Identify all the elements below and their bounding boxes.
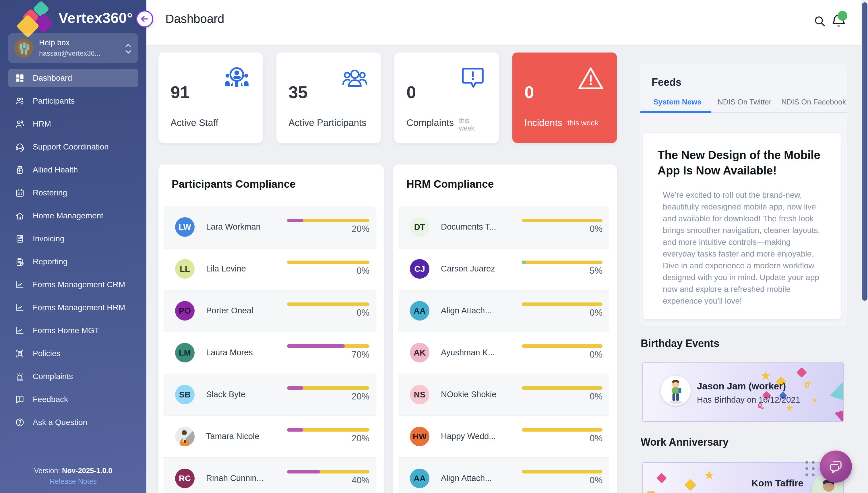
person-initials-avatar: CJ xyxy=(410,259,429,279)
compliance-row[interactable]: HWHappy Wedd...0% xyxy=(398,415,609,457)
compliance-progress-bar xyxy=(287,302,369,306)
compliance-progress-fill xyxy=(287,219,303,222)
policies-icon xyxy=(15,349,25,359)
user-email: hassan@vertex36... xyxy=(39,49,101,57)
person-initials-avatar: PO xyxy=(175,301,195,321)
sidebar-item-label: Allied Health xyxy=(33,161,78,179)
stat-value: 35 xyxy=(289,82,308,102)
chat-icon xyxy=(828,459,844,474)
sidebar: Vertex360° Help box hassan@vertex36... D… xyxy=(0,0,146,493)
person-name: Tamara Nicole xyxy=(206,432,259,441)
sidebar-item-forms-home-mgt[interactable]: Forms Home MGT xyxy=(8,321,139,340)
person-initials-avatar: SB xyxy=(175,385,195,404)
compliance-row[interactable]: LWLara Workman20% xyxy=(164,206,376,248)
scrollbar-thumb[interactable] xyxy=(862,2,867,301)
person-name: Carson Juarez xyxy=(441,264,495,274)
sidebar-item-support-coordination[interactable]: Support Coordination xyxy=(8,138,139,156)
chat-fab-button[interactable] xyxy=(820,451,852,483)
panel-title: Participants Compliance xyxy=(172,178,296,190)
sidebar-item-policies[interactable]: Policies xyxy=(8,344,139,363)
sidebar-item-reporting[interactable]: Reporting xyxy=(8,253,139,271)
user-profile-button[interactable]: Help box hassan@vertex36... xyxy=(8,33,139,63)
tab-ndis-on-twitter[interactable]: NDIS On Twitter xyxy=(718,98,771,106)
sidebar-item-home-management[interactable]: Home Management xyxy=(8,207,139,225)
stats-row: 91Active Staff35Active Participants0Comp… xyxy=(158,52,617,143)
compliance-row[interactable]: Tamara Nicole20% xyxy=(164,415,376,457)
stat-card-complaints[interactable]: 0Complaintsthis week xyxy=(395,52,499,143)
sidebar-item-forms-management-crm[interactable]: Forms Management CRM xyxy=(8,276,139,294)
sidebar-item-rostering[interactable]: Rostering xyxy=(8,184,139,202)
compliance-percent: 0% xyxy=(357,308,369,318)
person-name: Ayushman K... xyxy=(441,348,495,357)
version-info: Version: Nov-2025-1.0.0 Release Notes xyxy=(0,467,146,486)
arrow-left-icon xyxy=(140,14,150,24)
stat-card-incidents[interactable]: 0Incidentsthis week xyxy=(512,52,617,143)
compliance-row[interactable]: AAAlign Attach...0% xyxy=(398,290,609,332)
stat-card-active-participants[interactable]: 35Active Participants xyxy=(276,52,381,143)
party-popper-decoration xyxy=(827,379,844,407)
sidebar-item-label: Feedback xyxy=(33,390,68,409)
compliance-percent: 5% xyxy=(590,266,602,276)
version-label: Version: xyxy=(34,467,60,475)
brand-name: Vertex360° xyxy=(59,10,133,26)
compliance-row[interactable]: CJCarson Juarez5% xyxy=(398,248,609,290)
feeds-title: Feeds xyxy=(652,76,681,88)
birthday-card: ★ ★ ★ Jason Jam (worker) Has Birthday on… xyxy=(642,362,844,422)
stat-value: 0 xyxy=(406,82,416,102)
compliance-row[interactable]: LMLaura Mores70% xyxy=(164,332,376,373)
compliance-row[interactable]: SBSlack Byte20% xyxy=(164,373,376,415)
compliance-percent: 0% xyxy=(590,391,602,402)
stat-label: Active Staff xyxy=(170,117,218,128)
complaint-bubble-icon xyxy=(459,65,487,93)
compliance-row[interactable]: AAAlign Attach...0% xyxy=(398,457,609,493)
person-initials-avatar: HW xyxy=(410,427,429,446)
sidebar-item-label: HRM xyxy=(33,115,51,133)
person-initials-avatar: LW xyxy=(175,217,195,237)
compliance-row[interactable]: DTDocuments T...0% xyxy=(398,206,609,248)
sidebar-nav: DashboardParticipantsHRMSupport Coordina… xyxy=(8,69,139,436)
sidebar-item-allied-health[interactable]: Allied Health xyxy=(8,161,139,179)
sidebar-item-label: Invoicing xyxy=(33,230,65,248)
person-initials-avatar: LM xyxy=(175,343,195,362)
active-tab-underline xyxy=(640,111,711,113)
compliance-progress-bar xyxy=(287,261,369,264)
sidebar-item-label: Support Coordination xyxy=(33,138,109,156)
compliance-progress-bar xyxy=(287,470,369,473)
search-icon[interactable] xyxy=(813,15,826,27)
line-chart-icon xyxy=(15,326,25,336)
compliance-row[interactable]: LLLila Levine0% xyxy=(164,248,376,290)
news-body: We’re excited to roll out the brand-new,… xyxy=(663,189,825,307)
feeds-panel: Feeds System NewsNDIS On TwitterNDIS On … xyxy=(639,64,847,326)
compliance-progress-bar xyxy=(287,344,369,348)
compliance-row[interactable]: AKAyushman K...0% xyxy=(398,332,609,373)
sidebar-item-label: Home Management xyxy=(33,207,103,225)
sidebar-item-forms-management-hrm[interactable]: Forms Management HRM xyxy=(8,298,139,317)
release-notes-link[interactable]: Release Notes xyxy=(0,477,146,486)
stat-sub-label: this week xyxy=(568,119,598,127)
sidebar-item-dashboard[interactable]: Dashboard xyxy=(8,69,139,87)
compliance-row[interactable]: POPorter Oneal0% xyxy=(164,290,376,332)
compliance-percent: 0% xyxy=(590,433,602,444)
compliance-progress-bar xyxy=(287,219,369,222)
sidebar-item-participants[interactable]: Participants xyxy=(8,92,139,110)
sidebar-item-feedback[interactable]: Feedback xyxy=(8,390,139,409)
staff-search-icon xyxy=(223,65,251,93)
sidebar-item-ask-a-question[interactable]: Ask a Question xyxy=(8,413,139,432)
person-name: Lara Workman xyxy=(206,222,261,232)
sidebar-item-hrm[interactable]: HRM xyxy=(8,115,139,133)
stat-card-active-staff[interactable]: 91Active Staff xyxy=(158,52,263,143)
sidebar-collapse-button[interactable] xyxy=(136,10,153,27)
drag-handle[interactable] xyxy=(805,461,814,476)
person-initials-avatar: DT xyxy=(410,217,429,237)
tab-system-news[interactable]: System News xyxy=(653,98,701,106)
compliance-progress-fill xyxy=(287,344,345,348)
compliance-progress-bar xyxy=(522,470,602,473)
sidebar-item-complaints[interactable]: Complaints xyxy=(8,367,139,386)
compliance-row[interactable]: RCRinah Cunnin...40% xyxy=(164,457,376,493)
person-name: Align Attach... xyxy=(441,473,492,483)
sidebar-item-invoicing[interactable]: Invoicing xyxy=(8,230,139,248)
compliance-row[interactable]: NSNOokie Shokie0% xyxy=(398,373,609,415)
reporting-icon xyxy=(15,257,25,266)
scrollbar-track[interactable] xyxy=(861,0,868,493)
tab-ndis-on-facebook[interactable]: NDIS On Facebook xyxy=(781,98,846,106)
